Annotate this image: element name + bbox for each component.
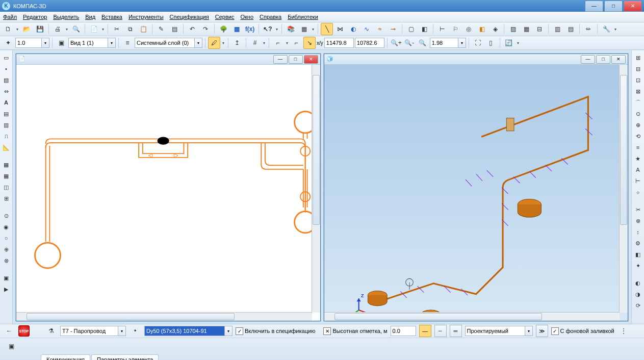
sheet2-icon[interactable]: ▤ [564,23,577,35]
menu-editor[interactable]: Редактор [23,14,47,20]
isocube-icon[interactable]: ◈ [489,23,501,35]
line-tool-icon[interactable]: ╲ [321,23,333,35]
coord-x-input[interactable] [324,38,354,48]
menu-select[interactable]: Выделить [53,14,79,20]
grid-dropdown[interactable]: ▾ [262,37,266,48]
bowtie-icon[interactable]: ⋈ [334,23,346,35]
coord-dropdown[interactable]: ▾ [285,37,289,48]
pencil-icon[interactable]: ✏ [582,23,595,35]
coord-icon[interactable]: ⌐ [272,37,284,49]
menu-libraries[interactable]: Библиотеки [288,14,318,20]
view-icon[interactable]: ▣ [55,37,67,49]
grid-icon[interactable]: # [249,37,261,49]
curve-icon[interactable]: ∿ [360,23,373,35]
toolbar-row-2: ✦ ▾ ▣ ▾ ≡ ▾ 🖊▾ ↥ #▾ ⌐▾ ⌐ ↘ x/y 🔍+ 🔍- 🔍 ▾… [0,36,644,50]
menu-insert[interactable]: Вставка [101,14,122,20]
new-dropdown[interactable]: ▾ [15,23,19,35]
zoom-input[interactable] [430,38,458,48]
coord-y-input[interactable] [355,38,384,48]
view-combo[interactable]: ▾ [68,38,116,48]
marker-icon[interactable]: ⚐ [449,23,461,35]
close-button[interactable]: ✕ [624,1,642,12]
page-icon[interactable]: ▯ [485,37,497,49]
wave-icon[interactable]: ≈ [374,23,386,35]
lib-icon[interactable]: 📚 [285,23,297,35]
fit-icon[interactable]: ⛶ [472,37,484,49]
wrench-icon[interactable]: 🔧 [600,23,612,35]
export-dropdown[interactable]: ▾ [101,23,105,35]
cube-icon[interactable]: ◧ [476,23,488,35]
minimize-button[interactable]: — [585,1,603,12]
menu-spec[interactable]: Спецификация [170,14,209,20]
brush-icon[interactable]: ✎ [155,23,167,35]
hatch-icon[interactable]: ▨ [507,23,519,35]
box2-tool-icon[interactable]: ◧ [418,23,430,35]
print-dropdown[interactable]: ▾ [65,23,69,35]
sheet-icon[interactable]: ▥ [551,23,563,35]
redo-icon[interactable]: ↷ [199,23,212,35]
refresh-icon[interactable]: 🔄 [503,37,515,49]
tree-icon[interactable]: 🌳 [217,23,229,35]
lib-dropdown[interactable]: ▾ [311,23,315,35]
menu-file[interactable]: Файл [3,14,17,20]
upload-icon[interactable]: ↥ [231,37,243,49]
window-controls: — □ ✕ [584,1,642,12]
view-input[interactable] [68,38,108,48]
circle-right-icon[interactable]: ◐ [347,23,359,35]
copy-icon[interactable]: ⧉ [124,23,136,35]
fx-icon[interactable]: f(x) [244,23,256,35]
help-dropdown[interactable]: ▾ [275,23,279,35]
table-icon[interactable]: ▦ [520,23,532,35]
layer-combo[interactable]: ▾ [135,38,202,48]
menu-view[interactable]: Вид [85,14,95,20]
bracket-icon[interactable]: ⌐ [290,37,302,49]
arrows-icon[interactable]: ✦ [2,37,14,49]
print-icon[interactable]: 🖨 [51,23,64,35]
zoom-combo[interactable]: ▾ [430,38,466,48]
menu-tools[interactable]: Инструменты [128,14,164,20]
toolbar-row-1: 🗋▾ 📂 💾 🖨▾ 🔍 📄▾ ✂ ⧉ 📋 ✎ ▤ ↶ ↷ 🌳 ▦ f(x) ↖?… [0,22,644,36]
circle-tool-icon[interactable]: ◎ [462,23,475,35]
zoom-window-icon[interactable]: 🔍 [417,37,429,49]
properties-icon[interactable]: ▤ [168,23,181,35]
color-icon[interactable]: 🖊 [208,37,220,49]
snap-icon[interactable]: ↘ [303,37,316,49]
box-tool-icon[interactable]: ▢ [405,23,417,35]
menu-service[interactable]: Сервис [215,14,235,20]
xy-label: x/y [317,40,323,46]
export-icon[interactable]: 📄 [88,23,100,35]
help-icon[interactable]: ↖? [262,23,274,35]
undo-icon[interactable]: ↶ [186,23,198,35]
open-icon[interactable]: 📂 [20,23,33,35]
layer-icon[interactable]: ≡ [121,37,134,49]
menu-help[interactable]: Справка [260,14,281,20]
layer-input[interactable] [135,38,195,48]
preview-icon[interactable]: 🔍 [70,23,82,35]
save-icon[interactable]: 💾 [34,23,46,35]
app-icon: K [2,2,10,10]
menubar: Файл Редактор Выделить Вид Вставка Инстр… [0,12,644,22]
zoom-in-icon[interactable]: 🔍+ [390,37,402,49]
app-title: КОМПАС-3D [13,3,584,9]
menu-window[interactable]: Окно [240,14,253,20]
new-icon[interactable]: 🗋 [2,23,14,35]
scale-input[interactable] [15,38,42,48]
refresh-dropdown[interactable]: ▾ [516,37,520,48]
wrench-dropdown[interactable]: ▾ [613,23,617,35]
lib2-icon[interactable]: ▦ [298,23,310,35]
vars-icon[interactable]: ▦ [230,23,243,35]
dim-icon[interactable]: ⊢ [436,23,448,35]
dash-icon[interactable]: ⊸ [387,23,399,35]
titlebar: K КОМПАС-3D — □ ✕ [0,0,644,12]
zoom-out-icon[interactable]: 🔍- [403,37,416,49]
scale-combo[interactable]: ▾ [15,38,49,48]
cut-icon[interactable]: ✂ [111,23,123,35]
paste-icon[interactable]: 📋 [137,23,149,35]
maximize-button[interactable]: □ [604,1,623,12]
break-icon[interactable]: ⊟ [533,23,546,35]
color-dropdown[interactable]: ▾ [221,37,225,48]
